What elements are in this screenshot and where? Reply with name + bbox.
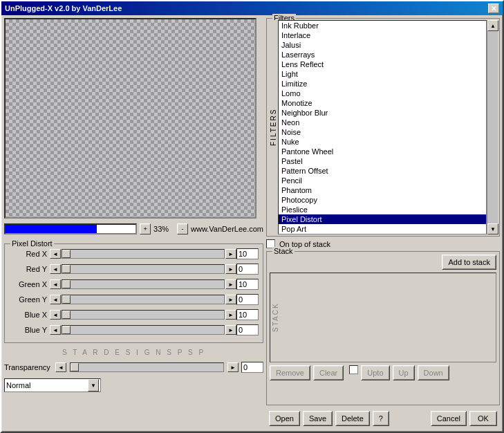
remove-button[interactable]: Remove xyxy=(270,365,310,380)
slider-right-transparency[interactable]: ► xyxy=(227,362,239,372)
slider-left-red-x[interactable]: ◄ xyxy=(50,249,61,259)
upto-button[interactable]: Upto xyxy=(361,365,389,380)
filter-item-1[interactable]: Interlace xyxy=(279,30,486,40)
slider-thumb-green-y[interactable] xyxy=(62,295,71,304)
left-panel: + 33% - www.VanDerLee.com Pixel Distort … xyxy=(4,18,263,429)
slider-right-blue-y[interactable]: ► xyxy=(225,325,236,335)
progress-minus-button[interactable]: - xyxy=(177,223,188,234)
slider-track-blue-x[interactable] xyxy=(62,310,225,320)
filter-item-16[interactable]: Pencil xyxy=(279,176,486,185)
slider-left-red-y[interactable]: ◄ xyxy=(50,264,61,274)
label-red-y: Red Y xyxy=(9,265,47,273)
slider-thumb-red-y[interactable] xyxy=(62,265,71,273)
upto-checkbox[interactable] xyxy=(349,365,358,374)
main-content: + 33% - www.VanDerLee.com Pixel Distort … xyxy=(1,15,503,432)
slider-thumb-blue-x[interactable] xyxy=(62,311,71,319)
slider-track-red-y[interactable] xyxy=(62,264,225,274)
filter-item-0[interactable]: Ink Rubber xyxy=(279,21,486,30)
slider-row-blue-y: Blue Y ◄ ► xyxy=(9,323,259,337)
filter-item-19[interactable]: Pieslice xyxy=(279,205,486,214)
filter-item-20[interactable]: Pixel Distort xyxy=(279,214,486,224)
slider-left-green-y[interactable]: ◄ xyxy=(50,295,61,304)
slider-right-red-x[interactable]: ► xyxy=(225,249,236,259)
slider-right-green-y[interactable]: ► xyxy=(225,295,236,304)
slider-track-transparency[interactable] xyxy=(70,362,224,372)
filter-item-11[interactable]: Noise xyxy=(279,127,486,137)
filter-item-3[interactable]: Laserrays xyxy=(279,50,486,59)
progress-plus-button[interactable]: + xyxy=(140,223,151,234)
open-button[interactable]: Open xyxy=(269,411,300,426)
filter-item-10[interactable]: Neon xyxy=(279,118,486,127)
cancel-button[interactable]: Cancel xyxy=(431,411,467,426)
stack-btns-row: Remove Clear Upto Up Down xyxy=(270,365,496,380)
slider-left-transparency[interactable]: ◄ xyxy=(55,362,66,372)
slider-left-green-x[interactable]: ◄ xyxy=(50,279,61,289)
slider-thumb-red-x[interactable] xyxy=(62,250,71,258)
slider-value-blue-x[interactable] xyxy=(236,309,259,320)
slider-value-green-x[interactable] xyxy=(236,279,259,290)
blend-mode-combo[interactable]: Normal ▼ xyxy=(4,378,101,392)
slider-thumb-blue-y[interactable] xyxy=(62,326,71,334)
filters-scroll-track[interactable] xyxy=(487,31,498,223)
filter-item-15[interactable]: Pattern Offset xyxy=(279,166,486,176)
label-green-y: Green Y xyxy=(9,295,47,304)
filter-item-18[interactable]: Photocopy xyxy=(279,195,486,205)
slider-left-blue-y[interactable]: ◄ xyxy=(50,325,61,335)
title-bar: UnPlugged-X v2.0 by VanDerLee ✕ xyxy=(1,1,503,15)
filters-scroll-up[interactable]: ▲ xyxy=(487,20,498,31)
filter-item-2[interactable]: Jalusi xyxy=(279,40,486,50)
question-button[interactable]: ? xyxy=(373,411,389,426)
close-button[interactable]: ✕ xyxy=(488,3,499,13)
slider-value-blue-y[interactable] xyxy=(236,324,259,335)
preview-area xyxy=(4,18,256,219)
filter-item-21[interactable]: Pop Art xyxy=(279,224,486,234)
slider-track-red-x[interactable] xyxy=(62,249,225,259)
slider-right-green-x[interactable]: ► xyxy=(225,279,236,289)
progress-percent: 33% xyxy=(153,225,174,233)
filter-item-9[interactable]: Neighbor Blur xyxy=(279,108,486,118)
label-red-x: Red X xyxy=(9,250,47,258)
slider-thumb-transparency[interactable] xyxy=(71,363,79,371)
filter-item-17[interactable]: Phantom xyxy=(279,185,486,195)
slider-row-red-y: Red Y ◄ ► xyxy=(9,262,259,276)
filter-item-8[interactable]: Monotize xyxy=(279,98,486,108)
transparency-label: Transparency xyxy=(4,363,53,371)
progress-bar-row: + 33% - www.VanDerLee.com xyxy=(4,221,263,237)
bottom-right-buttons: Cancel OK xyxy=(431,411,497,426)
window-title: UnPlugged-X v2.0 by VanDerLee xyxy=(5,4,122,12)
clear-button[interactable]: Clear xyxy=(313,365,344,380)
slider-track-green-x[interactable] xyxy=(62,279,225,289)
filters-group: Filters FILTERS Ink Rubber Interlace Jal… xyxy=(266,18,500,237)
delete-button[interactable]: Delete xyxy=(335,411,370,426)
up-button[interactable]: Up xyxy=(393,365,415,380)
stack-top-row: Add to stack xyxy=(270,255,496,270)
slider-track-green-y[interactable] xyxy=(62,295,225,304)
filter-item-12[interactable]: Nuke xyxy=(279,137,486,147)
stack-group: Stack Add to stack STACK Remove Clear Up… xyxy=(266,251,500,405)
down-button[interactable]: Down xyxy=(418,365,449,380)
add-to-stack-button[interactable]: Add to stack xyxy=(442,255,496,270)
filter-item-13[interactable]: Pantone Wheel xyxy=(279,147,486,156)
filter-item-14[interactable]: Pastel xyxy=(279,156,486,166)
filter-item-5[interactable]: Light xyxy=(279,69,486,79)
slider-row-green-x: Green X ◄ ► xyxy=(9,277,259,291)
slider-track-blue-y[interactable] xyxy=(62,325,225,335)
slider-value-red-x[interactable] xyxy=(236,248,259,259)
blend-mode-arrow[interactable]: ▼ xyxy=(88,379,99,391)
blend-mode-row: Normal ▼ xyxy=(4,378,263,392)
slider-value-transparency[interactable] xyxy=(241,362,263,373)
slider-thumb-green-x[interactable] xyxy=(62,280,71,288)
slider-left-blue-x[interactable]: ◄ xyxy=(50,310,61,320)
slider-value-green-y[interactable] xyxy=(236,294,259,305)
slider-value-red-y[interactable] xyxy=(236,264,259,275)
slider-right-red-y[interactable]: ► xyxy=(225,264,236,274)
slider-right-blue-x[interactable]: ► xyxy=(225,310,236,320)
filter-item-4[interactable]: Lens Reflect xyxy=(279,59,486,69)
stack-area xyxy=(280,273,496,362)
filter-item-6[interactable]: Limitize xyxy=(279,79,486,89)
ok-button[interactable]: OK xyxy=(469,411,497,426)
filters-scroll-down[interactable]: ▼ xyxy=(487,223,498,234)
save-button[interactable]: Save xyxy=(303,411,333,426)
filter-item-7[interactable]: Lomo xyxy=(279,89,486,98)
stack-group-label: Stack xyxy=(272,247,295,255)
